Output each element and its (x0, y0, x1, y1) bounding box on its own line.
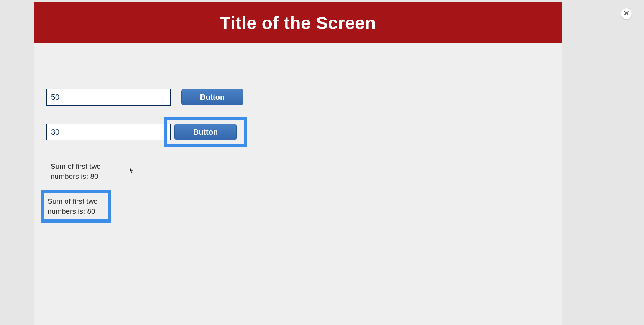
result-text-1-wrap: Sum of first two numbers is: 80 (48, 161, 562, 182)
result-text-1: Sum of first two numbers is: 80 (48, 161, 110, 182)
close-icon (624, 10, 629, 17)
input-row-1: Button (46, 89, 562, 106)
content-area: Button Button Sum of first two numbers i… (34, 43, 562, 325)
number-input-2[interactable] (46, 124, 171, 140)
button-2-highlight-box: Button (164, 117, 247, 147)
page-title: Title of the Screen (220, 13, 376, 33)
screen-header: Title of the Screen (34, 2, 562, 43)
button-1-wrap: Button (181, 89, 243, 105)
result-text-2-highlight-box: Sum of first two numbers is: 80 (41, 190, 111, 222)
result-text-2: Sum of first two numbers is: 80 (45, 196, 107, 217)
number-input-1[interactable] (46, 89, 171, 106)
input-row-2: Button (46, 117, 562, 147)
close-button[interactable] (621, 8, 632, 19)
app-screen: Title of the Screen Button Button Sum of… (34, 2, 562, 325)
action-button-2[interactable]: Button (174, 124, 237, 140)
action-button-1[interactable]: Button (181, 89, 243, 105)
